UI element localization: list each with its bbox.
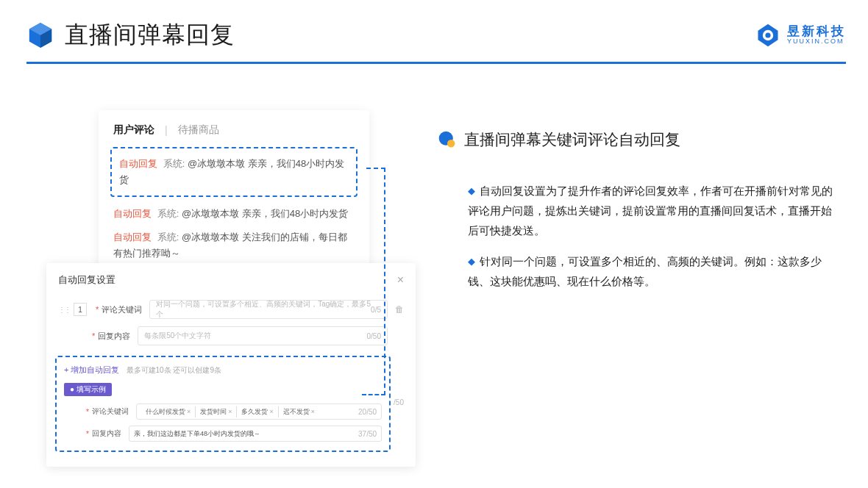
tab-pending-goods[interactable]: 待播商品 [178,123,219,137]
keyword-count: 0/5 [371,306,381,314]
page-title: 直播间弹幕回复 [65,19,235,51]
comment-item: 自动回复 系统: @冰墩墩本墩 关注我们的店铺，每日都有热门推荐呦～ [113,229,355,262]
auto-reply-tag: 自动回复 [119,158,157,169]
comment-text: @冰墩墩本墩 亲亲，我们48小时内发货 [182,208,348,219]
row-number: 1 [74,303,87,316]
example-content-input[interactable]: 亲，我们这边都是下单48小时内发货的哦～ 37/50 [129,426,382,442]
required-icon: * [96,305,99,314]
keyword-tag[interactable]: 什么时候发货× [141,406,196,417]
content-input[interactable]: 每条限50个中文字符 0/50 [138,326,388,345]
keyword-input[interactable]: 对同一个问题，可设置多个相近、高频的关键词，Tag确定，最多5个 0/5 [149,300,388,319]
example-keyword-input[interactable]: 什么时候发货× 发货时间× 多久发货× 迟不发货× 20/50 [136,403,382,420]
content-label: 回复内容 [98,331,130,342]
close-icon[interactable]: × [397,273,404,287]
auto-reply-settings-card: 自动回复设置 × ⋮⋮ 1 * 评论关键词 对同一个问题，可设置多个相近、高频的… [46,263,416,467]
logo-mark-icon [755,22,781,49]
diamond-icon: ◆ [468,185,475,196]
connector-line [362,394,385,395]
add-tip: 最多可建10条 还可以创建9条 [127,366,221,374]
comments-card: 用户评论 | 待播商品 自动回复 系统: @冰墩墩本墩 亲亲，我们48小时内发货… [99,110,369,285]
example-block: + 增加自动回复 最多可建10条 还可以创建9条 ● 填写示例 * 评论关键词 … [55,356,391,452]
bullet-item: ◆自动回复设置为了提升作者的评论回复效率，作者可在开播前针对常见的评论用户问题，… [468,181,834,240]
logo-en: YUUXIN.COM [787,38,846,46]
example-content-row: * 回复内容 亲，我们这边都是下单48小时内发货的哦～ 37/50 [64,426,382,442]
highlighted-comment: 自动回复 系统: @冰墩墩本墩 亲亲，我们48小时内发货 [110,147,357,197]
keyword-row: ⋮⋮ 1 * 评论关键词 对同一个问题，可设置多个相近、高频的关键词，Tag确定… [58,300,404,319]
bubble-icon [438,130,457,149]
section-heading-text: 直播间弹幕关键词评论自动回复 [464,129,680,150]
tab-user-comments[interactable]: 用户评论 [113,123,154,137]
system-label: 系统: [163,158,185,169]
content-count: 0/50 [367,332,381,340]
keyword-tag[interactable]: 多久发货× [237,406,278,417]
content-placeholder: 每条限50个中文字符 [144,331,211,341]
header-rule [26,62,846,64]
keyword-tag[interactable]: 发货时间× [196,406,237,417]
example-badge: ● 填写示例 [64,383,112,396]
svg-point-4 [765,32,770,37]
connector-line [384,168,385,395]
bullet-item: ◆针对同一个问题，可设置多个相近的、高频的关键词。例如：这款多少钱、这块能优惠吗… [468,251,834,291]
logo-cn: 昱新科技 [787,25,846,39]
ex-content-count: 37/50 [358,430,377,438]
keyword-tag[interactable]: 迟不发货× [279,406,319,417]
ex-content-label: 回复内容 [92,428,121,439]
content-row: * 回复内容 每条限50个中文字符 0/50 🗑 [58,326,404,345]
required-icon: * [92,331,95,340]
example-keyword-row: * 评论关键词 什么时候发货× 发货时间× 多久发货× 迟不发货× 20/50 [64,403,382,420]
diamond-icon: ◆ [468,256,475,267]
section-heading: 直播间弹幕关键词评论自动回复 [438,129,680,150]
required-icon: * [86,408,89,416]
keyword-placeholder: 对同一个问题，可设置多个相近、高频的关键词，Tag确定，最多5个 [156,299,371,320]
system-label: 系统: [157,232,179,243]
svg-point-6 [447,140,455,147]
system-label: 系统: [157,208,179,219]
required-icon: * [86,430,89,438]
ex-keyword-label: 评论关键词 [92,406,129,417]
cube-icon [26,21,54,49]
ex-content-text: 亲，我们这边都是下单48小时内发货的哦～ [134,429,260,439]
keyword-label: 评论关键词 [102,304,142,315]
brand-logo: 昱新科技 YUUXIN.COM [755,22,846,49]
auto-reply-tag: 自动回复 [113,232,152,243]
delete-icon[interactable]: 🗑 [395,304,404,315]
comment-item: 自动回复 系统: @冰墩墩本墩 亲亲，我们48小时内发货 [113,206,355,222]
ex-keyword-count: 20/50 [358,408,377,416]
auto-reply-tag: 自动回复 [113,208,152,219]
drag-handle-icon[interactable]: ⋮⋮ [58,306,70,314]
settings-title: 自动回复设置 [58,273,115,287]
outer-count: /50 [394,398,404,406]
add-auto-reply-link[interactable]: + 增加自动回复 最多可建10条 还可以创建9条 [64,365,382,376]
connector-line [366,168,385,169]
tab-divider: | [165,124,168,136]
page-header: 直播间弹幕回复 昱新科技 YUUXIN.COM [26,19,846,64]
